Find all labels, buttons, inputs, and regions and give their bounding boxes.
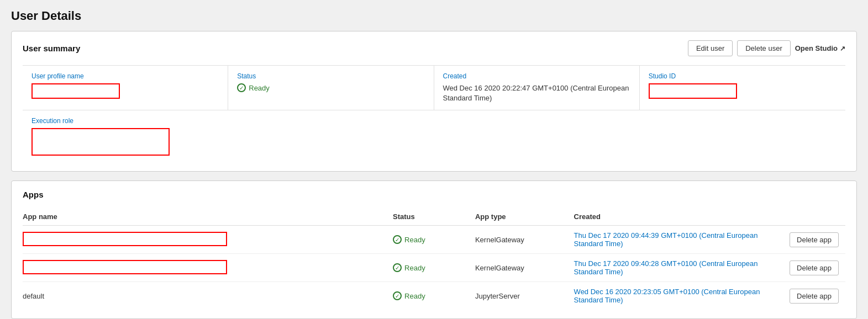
table-row: ✓ReadyKernelGatewayThu Dec 17 2020 09:40… <box>23 254 845 282</box>
app-created-cell: Wed Dec 16 2020 20:23:05 GMT+0100 (Centr… <box>574 282 780 310</box>
empty-cell-4 <box>635 117 837 156</box>
status-cell: Status ✓ Ready <box>228 66 434 110</box>
execution-role-label: Execution role <box>31 117 233 125</box>
status-label: Status <box>237 72 424 80</box>
status-text: Ready <box>249 84 270 92</box>
execution-role-value <box>31 128 170 156</box>
app-action-cell: Delete app <box>780 226 845 254</box>
open-studio-label: Open Studio <box>795 44 838 52</box>
apps-table-head: App name Status App type Created <box>23 208 845 226</box>
status-value: ✓ Ready <box>237 83 424 92</box>
app-type-cell: JupyterServer <box>475 282 574 310</box>
summary-grid-row1: User profile name Status ✓ Ready Created… <box>23 65 845 110</box>
studio-id-label: Studio ID <box>649 72 837 80</box>
app-status-cell: ✓Ready <box>393 254 475 282</box>
app-status-cell: ✓Ready <box>393 282 475 310</box>
user-summary-card: User summary Edit user Delete user Open … <box>11 31 857 172</box>
summary-grid-row2: Execution role <box>23 110 845 162</box>
apps-table-body: ✓ReadyKernelGatewayThu Dec 17 2020 09:44… <box>23 226 845 310</box>
external-link-icon: ↗ <box>840 45 845 52</box>
app-status-text: Ready <box>404 292 425 300</box>
empty-cell-2 <box>233 117 434 156</box>
header-created: Created <box>574 208 780 226</box>
delete-app-button[interactable]: Delete app <box>790 289 839 304</box>
app-type-cell: KernelGateway <box>475 254 574 282</box>
app-status-cell: ✓Ready <box>393 226 475 254</box>
delete-user-button[interactable]: Delete user <box>737 40 790 56</box>
header-status: Status <box>393 208 475 226</box>
app-status-ready: ✓Ready <box>393 263 469 272</box>
app-status-icon: ✓ <box>393 235 402 244</box>
delete-app-button[interactable]: Delete app <box>790 232 839 247</box>
apps-card: Apps App name Status App type Created ✓R… <box>11 180 857 319</box>
empty-cell-3 <box>434 117 635 156</box>
app-status-icon: ✓ <box>393 291 402 300</box>
header-action <box>780 208 845 226</box>
created-label: Created <box>443 72 630 80</box>
app-status-ready: ✓Ready <box>393 235 469 244</box>
app-name-cell <box>23 254 393 282</box>
app-status-icon: ✓ <box>393 263 402 272</box>
delete-app-button[interactable]: Delete app <box>790 260 839 275</box>
app-name-redbox <box>23 260 227 274</box>
studio-id-value <box>649 83 737 99</box>
user-profile-name-label: User profile name <box>31 72 219 80</box>
app-name-cell: default <box>23 282 393 310</box>
app-created-cell: Thu Dec 17 2020 09:44:39 GMT+0100 (Centr… <box>574 226 780 254</box>
apps-table: App name Status App type Created ✓ReadyK… <box>23 208 845 310</box>
status-ready-icon: ✓ <box>237 83 246 92</box>
app-status-text: Ready <box>404 264 425 272</box>
table-row: default✓ReadyJupyterServerWed Dec 16 202… <box>23 282 845 310</box>
app-name-redbox <box>23 232 227 246</box>
apps-title: Apps <box>23 190 44 199</box>
table-row: ✓ReadyKernelGatewayThu Dec 17 2020 09:44… <box>23 226 845 254</box>
studio-id-cell: Studio ID <box>640 66 845 110</box>
header-app-name: App name <box>23 208 393 226</box>
app-status-ready: ✓Ready <box>393 291 469 300</box>
user-profile-name-cell: User profile name <box>23 66 228 110</box>
user-summary-header: User summary Edit user Delete user Open … <box>23 40 845 56</box>
app-created-cell: Thu Dec 17 2020 09:40:28 GMT+0100 (Centr… <box>574 254 780 282</box>
execution-role-cell: Execution role <box>31 117 233 156</box>
user-summary-title: User summary <box>23 44 80 53</box>
page-title: User Details <box>11 9 857 23</box>
created-cell: Created Wed Dec 16 2020 20:22:47 GMT+010… <box>434 66 640 110</box>
apps-table-header-row: App name Status App type Created <box>23 208 845 226</box>
header-app-type: App type <box>475 208 574 226</box>
app-action-cell: Delete app <box>780 282 845 310</box>
apps-header: Apps <box>23 190 845 199</box>
header-actions: Edit user Delete user Open Studio ↗ <box>688 40 845 56</box>
app-name-cell <box>23 226 393 254</box>
edit-user-button[interactable]: Edit user <box>688 40 733 56</box>
app-type-cell: KernelGateway <box>475 226 574 254</box>
user-profile-name-value <box>31 83 120 99</box>
app-action-cell: Delete app <box>780 254 845 282</box>
created-value: Wed Dec 16 2020 20:22:47 GMT+0100 (Centr… <box>443 83 630 103</box>
app-status-text: Ready <box>404 236 425 244</box>
open-studio-button[interactable]: Open Studio ↗ <box>795 44 845 52</box>
